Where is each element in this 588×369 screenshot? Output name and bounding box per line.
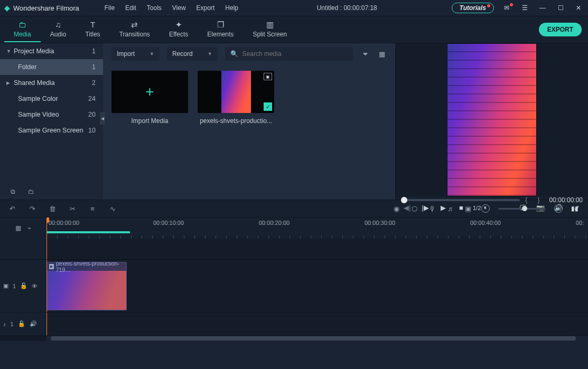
audio-lane[interactable] bbox=[46, 313, 588, 335]
track-height-icon[interactable]: ▮▮ bbox=[571, 205, 581, 212]
layers-icon: ❐ bbox=[217, 20, 224, 30]
adjust-icon[interactable]: ≡ bbox=[88, 205, 97, 213]
search-icon: 🔍 bbox=[230, 50, 238, 58]
play-icon: ▶ bbox=[49, 264, 54, 269]
import-media-card[interactable]: + Import Media bbox=[111, 71, 188, 125]
grid-icon[interactable]: ▦ bbox=[15, 224, 21, 232]
menu-list-icon[interactable]: ☰ bbox=[519, 4, 530, 12]
tab-elements[interactable]: ❐ Elements bbox=[198, 17, 243, 42]
crop-icon[interactable]: ▣ bbox=[463, 205, 473, 213]
search-input[interactable] bbox=[242, 50, 348, 58]
media-area: ◀ Import ▼ Record ▼ 🔍 ⏷ ▦ + Import Med bbox=[103, 43, 395, 200]
sidebar-item-count: 24 bbox=[88, 95, 97, 102]
playhead[interactable] bbox=[46, 217, 47, 239]
window-maximize-icon[interactable]: ☐ bbox=[555, 4, 566, 12]
preview-frame bbox=[447, 43, 537, 196]
lock-icon[interactable]: 🔓 bbox=[20, 282, 27, 289]
sidebar-item-label: Shared Media bbox=[14, 79, 92, 87]
lock-icon[interactable]: 🔓 bbox=[18, 320, 25, 327]
sidebar-item-sample-green[interactable]: Sample Green Screen 10 bbox=[0, 122, 103, 138]
preview-time: 00:00:00:00 bbox=[549, 196, 583, 204]
sidebar-item-shared-media[interactable]: ▶ Shared Media 2 bbox=[0, 75, 103, 91]
music-icon: ♫ bbox=[55, 20, 61, 30]
magnet-icon[interactable]: ⌁ bbox=[27, 224, 31, 232]
filter-icon[interactable]: ⏷ bbox=[360, 50, 370, 58]
sidebar-item-count: 1 bbox=[92, 63, 97, 71]
window-close-icon[interactable]: ✕ bbox=[573, 4, 584, 12]
sidebar-item-label: Sample Color bbox=[18, 95, 88, 102]
sidebar-item-sample-color[interactable]: Sample Color 24 bbox=[0, 91, 103, 107]
tutorials-button[interactable]: Tutorials bbox=[452, 3, 494, 13]
tab-split-screen[interactable]: ▥ Split Screen bbox=[243, 17, 296, 42]
visibility-icon[interactable]: 👁 bbox=[32, 283, 38, 289]
new-folder-icon[interactable]: ⧉ bbox=[11, 188, 15, 195]
video-track-index: 1 bbox=[13, 283, 16, 289]
grid-view-icon[interactable]: ▦ bbox=[377, 50, 387, 58]
zoom-knob[interactable] bbox=[522, 206, 527, 211]
chevron-down-icon: ▼ bbox=[150, 51, 154, 56]
letter-icon: T bbox=[90, 20, 95, 30]
media-clip-card[interactable]: ▣ ✓ pexels-shvets-productio... bbox=[198, 71, 274, 125]
ruler-label: 00:00:20:00 bbox=[259, 220, 290, 226]
video-badge-icon: ▣ bbox=[264, 73, 272, 80]
tab-media[interactable]: 🗀 Media bbox=[4, 17, 41, 42]
mixer-icon[interactable]: ♬ bbox=[445, 205, 455, 213]
cut-icon[interactable]: ✂ bbox=[68, 205, 77, 213]
scrub-track[interactable] bbox=[401, 199, 520, 201]
menu-view[interactable]: View bbox=[168, 2, 190, 14]
video-clip[interactable]: ▶ pexels-shvets-production-719… bbox=[46, 262, 127, 310]
message-icon[interactable]: ✉ bbox=[501, 4, 512, 12]
timeline-ruler[interactable]: 00:00:00:00 00:00:10:00 00:00:20:00 00:0… bbox=[46, 217, 588, 239]
scrub-thumb[interactable] bbox=[401, 197, 407, 203]
undo-icon[interactable]: ↶ bbox=[7, 205, 17, 213]
import-thumb: + bbox=[111, 71, 188, 113]
redo-icon[interactable]: ↷ bbox=[27, 205, 37, 213]
tab-audio[interactable]: ♫ Audio bbox=[41, 17, 76, 42]
zoom-out-icon[interactable]: − bbox=[481, 204, 490, 213]
clip-name: pexels-shvets-production-719… bbox=[56, 262, 124, 273]
audio-track-gutter: ♪ 1 🔓 🔊 bbox=[0, 313, 46, 335]
card-label: Import Media bbox=[111, 117, 188, 125]
sidebar-item-count: 10 bbox=[88, 127, 97, 134]
export-button[interactable]: EXPORT bbox=[539, 23, 582, 36]
sidebar-item-folder[interactable]: Folder 1 bbox=[0, 59, 103, 75]
scrollbar-track[interactable] bbox=[46, 336, 588, 341]
app-logo: ◆ Wondershare Filmora bbox=[4, 4, 79, 12]
ribbon: 🗀 Media ♫ Audio T Titles ⇄ Transitions ✦… bbox=[0, 16, 588, 43]
record-dropdown[interactable]: Record ▼ bbox=[167, 47, 218, 61]
import-dropdown[interactable]: Import ▼ bbox=[111, 47, 160, 61]
scrollbar-thumb[interactable] bbox=[51, 336, 576, 340]
check-icon: ✓ bbox=[264, 102, 272, 111]
delete-icon[interactable]: 🗑 bbox=[48, 205, 57, 213]
zoom-in-icon[interactable]: + bbox=[554, 204, 563, 213]
tab-transitions[interactable]: ⇄ Transitions bbox=[110, 17, 160, 42]
scrub-bar: { } 00:00:00:00 bbox=[396, 196, 588, 204]
clip-label-bar: ▶ pexels-shvets-production-719… bbox=[47, 262, 126, 271]
sidebar-item-project-media[interactable]: ▼ Project Media 1 bbox=[0, 43, 103, 59]
voiceover-icon[interactable]: 🎙 bbox=[427, 205, 437, 213]
sidebar-item-sample-video[interactable]: Sample Video 20 bbox=[0, 107, 103, 122]
mute-icon[interactable]: 🔊 bbox=[30, 320, 37, 327]
audio-wave-icon[interactable]: ∿ bbox=[108, 205, 117, 213]
logo-icon: ◆ bbox=[4, 4, 10, 12]
preview-canvas bbox=[396, 43, 588, 196]
video-lane[interactable]: ▶ pexels-shvets-production-719… bbox=[46, 260, 588, 312]
mark-in-out[interactable]: { } bbox=[525, 196, 544, 204]
menu-tools[interactable]: Tools bbox=[143, 2, 166, 14]
menu-help[interactable]: Help bbox=[221, 2, 242, 14]
render-icon[interactable]: ◉ bbox=[391, 205, 401, 213]
swap-icon: ⇄ bbox=[131, 20, 138, 30]
sidebar-collapse-handle[interactable]: ◀ bbox=[100, 112, 105, 125]
window-minimize-icon[interactable]: — bbox=[537, 4, 548, 12]
notification-dot-icon bbox=[487, 4, 490, 7]
menu-file[interactable]: File bbox=[100, 2, 119, 14]
tab-titles[interactable]: T Titles bbox=[76, 17, 109, 42]
tab-effects[interactable]: ✦ Effects bbox=[160, 17, 198, 42]
zoom-slider[interactable] bbox=[498, 208, 546, 210]
search-media[interactable]: 🔍 bbox=[225, 47, 353, 61]
menu-export[interactable]: Export bbox=[192, 2, 219, 14]
media-grid: + Import Media ▣ ✓ pexels-shvets-product… bbox=[103, 64, 395, 131]
open-folder-icon[interactable]: 🗀 bbox=[28, 188, 34, 195]
menu-edit[interactable]: Edit bbox=[121, 2, 141, 14]
marker-icon[interactable]: ⬡ bbox=[409, 205, 419, 213]
